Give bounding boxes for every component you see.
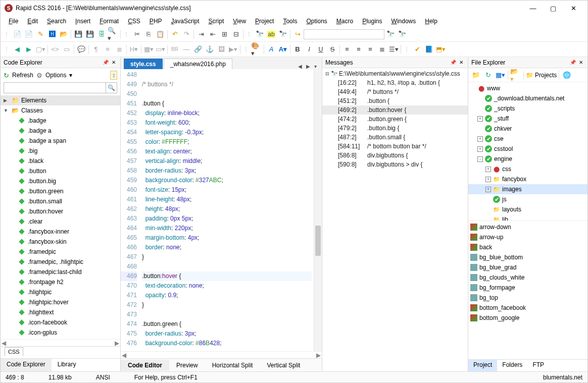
fe-tab-ftp[interactable]: FTP	[527, 360, 549, 371]
fe-new-folder-icon[interactable]: 📁	[470, 70, 481, 81]
options-icon[interactable]: ⚙	[36, 72, 42, 79]
html-icon[interactable]: 🅷	[46, 29, 58, 40]
fe-view-icon[interactable]: ▦▾	[495, 70, 506, 81]
menu-format[interactable]: Format	[95, 17, 123, 26]
open-folder-icon[interactable]: 📂	[58, 29, 69, 40]
refresh-icon[interactable]: ↻	[4, 72, 9, 79]
font-a-icon[interactable]: A	[266, 44, 277, 55]
book-icon[interactable]: 📘	[423, 44, 434, 55]
fe-tree-item[interactable]: +✔cse	[468, 134, 587, 144]
db-icon[interactable]: 🗄	[96, 29, 107, 40]
fe-file-item[interactable]: arrow-down	[468, 222, 587, 232]
tree-class-item[interactable]: .big	[1, 146, 120, 156]
message-item[interactable]: [586:8]div.bigbuttons {	[322, 151, 468, 160]
minimize-button[interactable]: —	[523, 1, 543, 15]
tree-group-elements[interactable]: ▶📁Elements	[1, 95, 120, 105]
menu-options[interactable]: Options	[302, 17, 331, 26]
tree-class-item[interactable]: .button.big	[1, 176, 120, 186]
message-item[interactable]: [474:2].button.green {	[322, 115, 468, 124]
fe-tree-item[interactable]: -✔engine	[468, 154, 587, 164]
align-center-icon[interactable]: ≡	[353, 44, 364, 55]
back-icon[interactable]: ◀	[12, 44, 23, 55]
save-all-icon[interactable]: 💾	[84, 29, 95, 40]
toolbar-search-input[interactable]	[304, 29, 384, 39]
find-files-icon[interactable]: 🔭	[277, 29, 288, 40]
italic-icon[interactable]: I	[304, 44, 315, 55]
find-icon[interactable]: 🔭	[254, 29, 265, 40]
strike-icon[interactable]: S	[327, 44, 338, 55]
editor-view-tab[interactable]: Horizontal Split	[205, 360, 260, 371]
fe-tree-item[interactable]: +📁fancybox	[468, 174, 587, 184]
projects-dropdown[interactable]: 📁Projects	[526, 72, 557, 79]
tab-nav-icon[interactable]: ▾	[312, 64, 319, 69]
underline-icon[interactable]: U	[315, 44, 326, 55]
goto-icon[interactable]: ↪	[292, 29, 303, 40]
tree-class-item[interactable]: .badge a span	[1, 136, 120, 146]
fe-file-item[interactable]: back	[468, 242, 587, 252]
form-icon[interactable]: ▭▾	[155, 44, 166, 55]
tree-class-item[interactable]: .hlighttext	[1, 307, 120, 317]
tree-class-item[interactable]: .black	[1, 156, 120, 166]
refresh-button[interactable]: Refresh	[12, 72, 33, 79]
menu-tools[interactable]: Tools	[279, 17, 301, 26]
close-panel-icon[interactable]: ✕	[110, 60, 117, 65]
menu-windows[interactable]: Windows	[387, 17, 420, 26]
tree-class-item[interactable]: .badge	[1, 116, 120, 126]
tab-nav-icon[interactable]: ▶	[304, 64, 312, 69]
editor-view-tab[interactable]: Vertical Split	[260, 360, 307, 371]
fe-tree-item[interactable]: ✔_download.blumentals.net	[468, 93, 587, 103]
message-item[interactable]: [469:2].button:hover {	[322, 105, 468, 115]
tree-class-item[interactable]: .button.small	[1, 196, 120, 206]
br-icon[interactable]: BR	[169, 44, 180, 55]
tree-class-item[interactable]: .button:hover	[1, 206, 120, 216]
pin-icon[interactable]: 📌	[101, 60, 110, 65]
tree-class-item[interactable]: .fancybox-skin	[1, 237, 120, 247]
menu-project[interactable]: Project	[251, 17, 278, 26]
tree-class-item[interactable]: .frontpage h2	[1, 277, 120, 287]
message-item[interactable]: [449:4]/* buttons */	[322, 87, 468, 96]
code-explorer-search-input[interactable]	[4, 82, 106, 93]
editor-view-tab[interactable]: Preview	[169, 360, 205, 371]
fe-open-folder-icon[interactable]: 📂▾	[510, 70, 521, 81]
fe-tree-item[interactable]: 📁layouts	[468, 204, 587, 214]
box-icon[interactable]: ▭	[61, 44, 72, 55]
align-right-icon[interactable]: ≡	[365, 44, 376, 55]
align-left-icon[interactable]: ≡	[341, 44, 353, 55]
indent-icon[interactable]: ⇥	[195, 29, 207, 40]
close-panel-icon[interactable]: ✕	[458, 60, 465, 65]
fe-tree-item[interactable]: ✔js	[468, 194, 587, 204]
tree-class-item[interactable]: .framedpic:last-child	[1, 267, 120, 277]
editor-tab[interactable]: _whatsnew2016.php	[164, 59, 232, 69]
tag-icon[interactable]: <>	[50, 44, 61, 55]
messages-file-row[interactable]: ⊟🔭E:\Web\blumentals\www\engine\css\style…	[322, 69, 468, 78]
image-icon[interactable]: 🖼	[216, 44, 227, 55]
language-tab-css[interactable]: CSS	[5, 347, 23, 356]
code-area[interactable]: /* buttons */ .button { display: inline-…	[140, 69, 314, 351]
h-icon[interactable]: H▾	[128, 44, 139, 55]
hr-icon[interactable]: —	[181, 44, 192, 55]
run-icon[interactable]: ▶▾	[227, 44, 238, 55]
menu-css[interactable]: CSS	[124, 17, 144, 26]
maximize-button[interactable]: ▢	[543, 1, 563, 15]
tree-class-item[interactable]: .hlightpic:hover	[1, 297, 120, 307]
fe-file-item[interactable]: bg_blue_bottom	[468, 252, 587, 262]
fe-refresh-icon[interactable]: ↻	[482, 70, 494, 81]
tree-class-item[interactable]: .badge a	[1, 126, 120, 136]
list2-icon[interactable]: ≣	[114, 44, 125, 55]
link-icon[interactable]: 🔗	[192, 44, 204, 55]
editor-view-tab[interactable]: Code Editor	[121, 360, 169, 371]
message-item[interactable]: [479:2].button.big {	[322, 124, 468, 133]
editor-scrollbar[interactable]	[314, 69, 322, 351]
new-file-icon[interactable]: 📄	[12, 29, 23, 40]
font-a2-icon[interactable]: A▾	[277, 44, 288, 55]
tree-class-item[interactable]: .button	[1, 166, 120, 176]
ce-tab-code-explorer[interactable]: Code Explorer	[1, 359, 52, 371]
menu-insert[interactable]: Insert	[71, 17, 94, 26]
find-next-icon[interactable]: 🔭	[385, 29, 396, 40]
toggle1-icon[interactable]: ⊞	[219, 29, 230, 40]
undo-icon[interactable]: ↶	[169, 29, 180, 40]
fe-tree-item[interactable]: +📁images	[468, 184, 587, 194]
list1-icon[interactable]: ≡	[102, 44, 113, 55]
find-highlight-icon[interactable]: ab	[266, 29, 277, 40]
align-justify-icon[interactable]: ≣	[376, 44, 387, 55]
